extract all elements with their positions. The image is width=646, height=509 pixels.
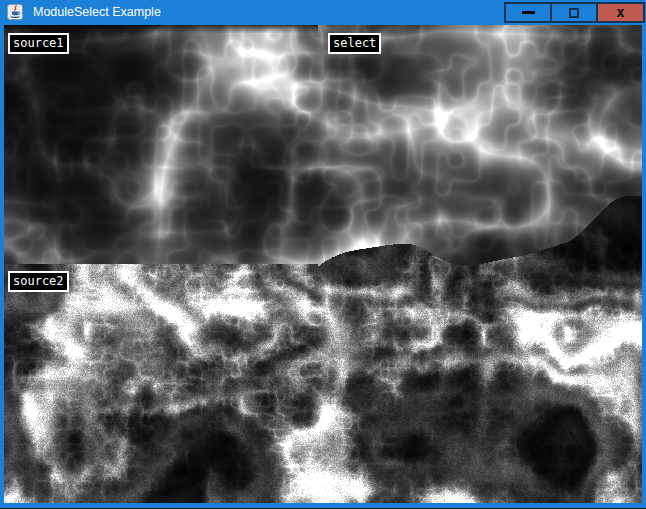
window-title: ModuleSelect Example [33,0,161,25]
app-window: ModuleSelect Example x source1 select so… [0,0,646,509]
maximize-square-icon [569,8,579,18]
label-source1: source1 [8,33,69,54]
titlebar[interactable]: ModuleSelect Example x [0,0,646,25]
close-x-icon: x [616,5,624,19]
window-controls: x [504,2,645,23]
maximize-button[interactable] [550,2,598,23]
minimize-button[interactable] [504,2,552,23]
label-source2: source2 [8,271,69,292]
noise-canvas [4,25,642,503]
label-select: select [328,33,381,54]
render-area: source1 select source2 [4,25,642,503]
close-button[interactable]: x [596,2,645,23]
minimize-dash-icon [522,11,535,14]
java-coffee-cup-icon [7,4,23,20]
